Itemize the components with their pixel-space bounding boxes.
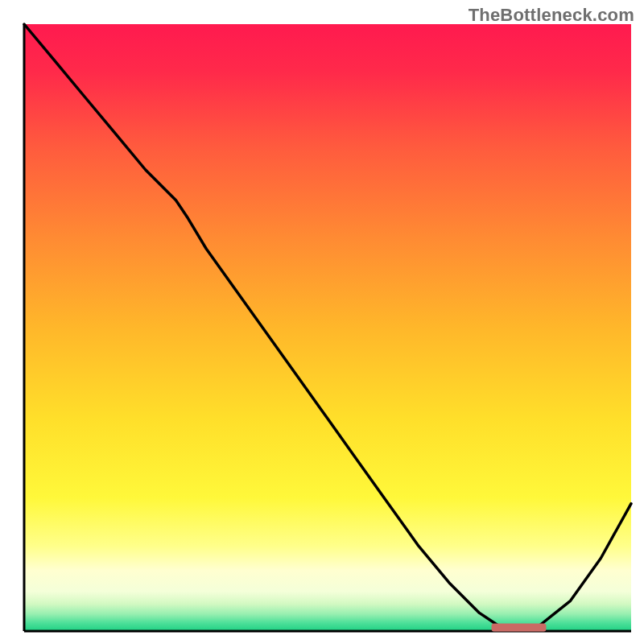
optimal-range-marker (492, 623, 547, 631)
bottleneck-chart (0, 0, 644, 644)
watermark-text: TheBottleneck.com (469, 5, 634, 26)
plot-background (24, 24, 631, 631)
chart-container: TheBottleneck.com (0, 0, 644, 644)
